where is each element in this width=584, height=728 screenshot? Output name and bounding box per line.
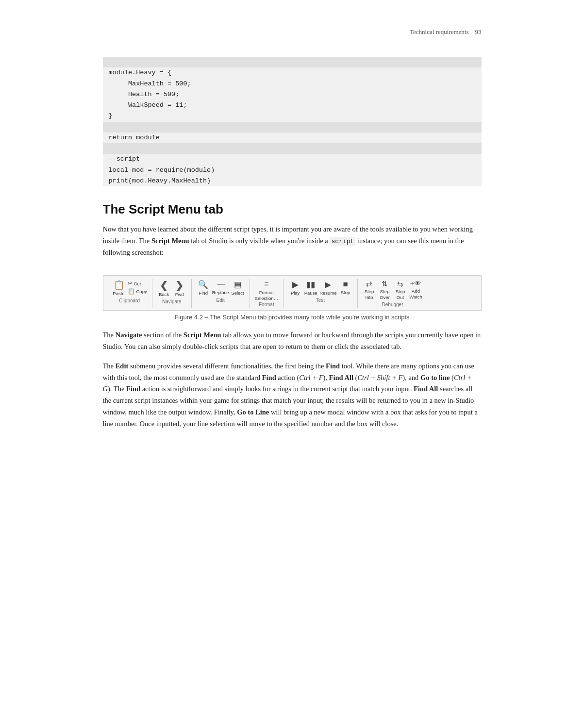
page-header: Technical requirements 93 [103, 19, 482, 43]
code-line-9: print(mod.Heavy.MaxHealth) [103, 176, 482, 186]
cut-label: Cut [134, 281, 141, 286]
code-line-5: } [103, 111, 482, 121]
para3-bold6: Find [126, 385, 140, 393]
debugger-icons: ⇄ Step Into ⇅ Step Over ⇆ Step Out [363, 280, 423, 300]
para2-bold2: Script Menu [184, 331, 221, 339]
test-icons: ▶ Play ▮▮ Pause ▶ Resume ■ Stop [288, 280, 352, 296]
step-into-label2: Into [366, 295, 373, 300]
code-line-empty-2 [103, 122, 482, 132]
page-number: 93 [475, 28, 482, 35]
para3-cont4: ), [323, 374, 329, 381]
cut-btn[interactable]: ✂ Cut [128, 280, 147, 287]
copy-icon: 📋 [128, 288, 135, 295]
stop-btn[interactable]: ■ Stop [339, 280, 352, 295]
para3-italic2: Ctrl + Shift + F [357, 374, 402, 381]
toolbar-section-format: ≡ Format Selection… Format [250, 279, 284, 308]
para3-cont3: action ( [276, 374, 300, 381]
para-1: Now that you have learned about the diff… [103, 224, 482, 259]
format-selection-label: Selection… [255, 296, 279, 301]
resume-btn[interactable]: ▶ Resume [319, 280, 336, 296]
code-line-6: return module [103, 132, 482, 143]
toolbar-section-test: ▶ Play ▮▮ Pause ▶ Resume ■ Stop [284, 279, 357, 308]
add-watch-label2: Watch [409, 294, 422, 299]
code-line-1: module.Heavy = { [103, 67, 482, 78]
stop-icon: ■ [343, 280, 348, 289]
pause-btn[interactable]: ▮▮ Pause [304, 280, 317, 296]
play-icon: ▶ [292, 280, 299, 290]
para-2: The Navigate section of the Script Menu … [103, 330, 482, 353]
format-label-bottom: Format [259, 302, 274, 307]
add-watch-icon: +👁 [410, 280, 421, 288]
code-block: module.Heavy = { MaxHealth = 500; Health… [103, 57, 482, 186]
step-out-icon: ⇆ [397, 280, 403, 288]
pause-icon: ▮▮ [306, 280, 315, 290]
replace-icon: ⸻ [217, 280, 225, 289]
navigate-label: Navigate [162, 299, 181, 304]
navigate-icons: ❮ Back ❯ Fwd [157, 280, 186, 297]
para3-bold2: Find [326, 362, 340, 370]
code-line-empty-top [103, 57, 482, 67]
clipboard-label: Clipboard [119, 298, 140, 303]
edit-icons: 🔍 Find ⸻ Replace ▤ Select [197, 280, 245, 296]
back-label: Back [159, 292, 169, 297]
copy-label: Copy [136, 289, 147, 294]
fwd-icon: ❯ [175, 280, 184, 291]
replace-label: Replace [212, 290, 229, 295]
code-line-8: local mod = require(module) [103, 165, 482, 176]
back-btn[interactable]: ❮ Back [157, 280, 171, 297]
fwd-label: Fwd [175, 292, 184, 297]
code-line-3: Health = 500; [103, 89, 482, 100]
fwd-btn[interactable]: ❯ Fwd [173, 280, 186, 297]
para2-cont1: section of the [142, 331, 183, 339]
debugger-label: Debugger [382, 302, 403, 307]
replace-btn[interactable]: ⸻ Replace [212, 280, 229, 295]
para3-cont1: submenu provides several different funct… [128, 362, 326, 370]
para1-code: script [330, 237, 355, 246]
para3-bold1: Edit [116, 362, 129, 370]
step-into-btn[interactable]: ⇄ Step Into [363, 280, 376, 300]
toolbar-row: 📋 Paste ✂ Cut 📋 Copy Clipboa [107, 279, 477, 308]
step-out-label1: Step [396, 289, 405, 294]
paste-btn[interactable]: 📋 Paste [112, 280, 126, 296]
select-btn[interactable]: ▤ Select [231, 280, 245, 296]
code-line-7: --script [103, 154, 482, 165]
play-label: Play [291, 290, 300, 296]
para3-cont6: ), and [402, 374, 420, 381]
section-heading: The Script Menu tab [103, 202, 482, 217]
toolbar-section-debugger: ⇄ Step Into ⇅ Step Over ⇆ Step Out [358, 279, 428, 308]
para3-bold3: Find [262, 374, 276, 381]
toolbar-section-edit: 🔍 Find ⸻ Replace ▤ Select Edit [192, 279, 250, 308]
figure-caption: Figure 4.2 – The Script Menu tab provide… [103, 314, 482, 321]
resume-label: Resume [319, 290, 336, 296]
find-icon: 🔍 [198, 280, 208, 290]
play-btn[interactable]: ▶ Play [288, 280, 302, 296]
code-line-empty-3 [103, 143, 482, 154]
format-btn[interactable]: ≡ Format Selection… [255, 280, 279, 301]
step-out-btn[interactable]: ⇆ Step Out [394, 280, 407, 300]
toolbar-section-clipboard: 📋 Paste ✂ Cut 📋 Copy Clipboa [107, 279, 152, 308]
para3-cont8: ). The [108, 385, 126, 393]
code-line-4: WalkSpeed = 11; [103, 100, 482, 111]
page-header-text: Technical requirements 93 [410, 28, 481, 36]
select-label: Select [231, 290, 244, 296]
step-over-btn[interactable]: ⇅ Step Over [378, 280, 392, 300]
para3-cont9: action is straightforward and simply loo… [140, 385, 414, 393]
code-line-2: MaxHealth = 500; [103, 79, 482, 89]
edit-label: Edit [217, 298, 225, 303]
add-watch-btn[interactable]: +👁 Add Watch [409, 280, 423, 299]
step-over-label1: Step [380, 289, 390, 294]
para1-cont: tab of Studio is only visible when you'r… [189, 237, 330, 245]
para3-italic1: Ctrl + F [299, 374, 323, 381]
stop-label: Stop [341, 290, 350, 295]
para3-bold5: Go to line [420, 374, 450, 381]
para3-bold7: Find All [414, 385, 438, 393]
copy-btn[interactable]: 📋 Copy [128, 288, 147, 295]
toolbar-section-navigate: ❮ Back ❯ Fwd Navigate [152, 279, 192, 308]
para3-bold8: Go to Line [237, 408, 269, 416]
find-btn[interactable]: 🔍 Find [197, 280, 210, 296]
step-into-icon: ⇄ [366, 280, 372, 288]
para1-bold: Script Menu [151, 237, 189, 245]
cut-icon: ✂ [128, 280, 133, 287]
select-icon: ▤ [234, 280, 242, 290]
format-label: Format [259, 290, 274, 295]
